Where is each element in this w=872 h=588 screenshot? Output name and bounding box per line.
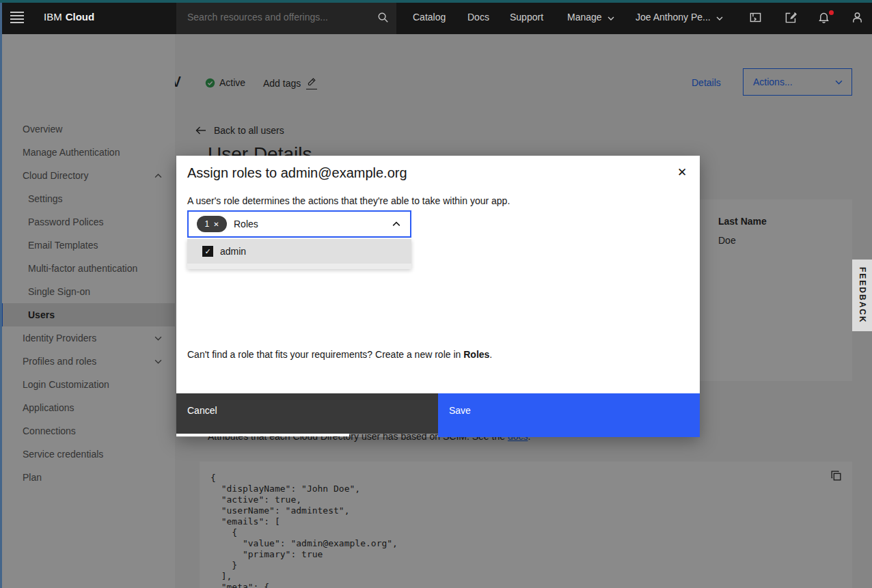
close-icon[interactable]: ✕ [671,161,693,183]
checkbox-checked-icon[interactable]: ✓ [202,246,213,257]
account-menu[interactable]: Joe Anthony Pe... [636,0,723,34]
selected-count-tag[interactable]: 1 ✕ [197,216,227,232]
cancel-button[interactable]: Cancel [176,393,438,434]
notification-badge [829,10,834,15]
role-option-admin[interactable]: ✓ admin [187,239,411,264]
roles-dropdown-panel: ✓ admin [187,239,411,269]
search-icon[interactable] [369,0,396,34]
nav-docs[interactable]: Docs [467,0,489,34]
brand-ibm: IBM [44,11,62,23]
search-input[interactable] [176,12,369,23]
brand-cloud: Cloud [66,11,95,23]
modal-title: Assign roles to admin@example.org [187,165,407,181]
modal-footnote: Can't find a role that fits your require… [187,349,492,360]
chevron-up-icon[interactable] [392,221,400,227]
roles-page-link[interactable]: Roles [463,349,489,360]
app-id-console-page: IBMCloud Catalog Docs Support Manage Joe… [0,0,872,588]
avatar-icon[interactable] [848,0,866,34]
save-button[interactable]: Save [438,393,700,437]
header-search [176,0,396,34]
nav-support[interactable]: Support [510,0,543,34]
window-top-border [0,0,872,3]
assign-roles-modal: Assign roles to admin@example.org ✕ A us… [176,156,700,437]
notifications-icon[interactable] [815,0,832,34]
modal-description: A user's role determines the actions tha… [187,195,679,206]
roles-multiselect[interactable]: 1 ✕ Roles [187,210,411,238]
tag-close-icon[interactable]: ✕ [213,221,219,228]
window-left-border [0,0,2,588]
role-option-label: admin [220,246,246,257]
modal-bottom-strip [176,434,349,436]
nav-catalog[interactable]: Catalog [413,0,446,34]
top-header: IBMCloud Catalog Docs Support Manage Joe… [0,0,872,34]
feedback-tab[interactable]: FEEDBACK [852,260,872,331]
assign-roles-modal-body: Assign roles to admin@example.org ✕ A us… [176,156,700,393]
tag-count: 1 [204,219,209,229]
edit-feedback-icon[interactable] [782,0,800,34]
chevron-down-icon [608,16,614,20]
nav-manage[interactable]: Manage [567,0,614,34]
chevron-down-icon [716,16,723,20]
web-cli-icon[interactable] [746,0,764,34]
menu-icon[interactable] [10,10,24,25]
ibm-cloud-logo[interactable]: IBMCloud [44,0,94,34]
select-label: Roles [234,219,258,229]
